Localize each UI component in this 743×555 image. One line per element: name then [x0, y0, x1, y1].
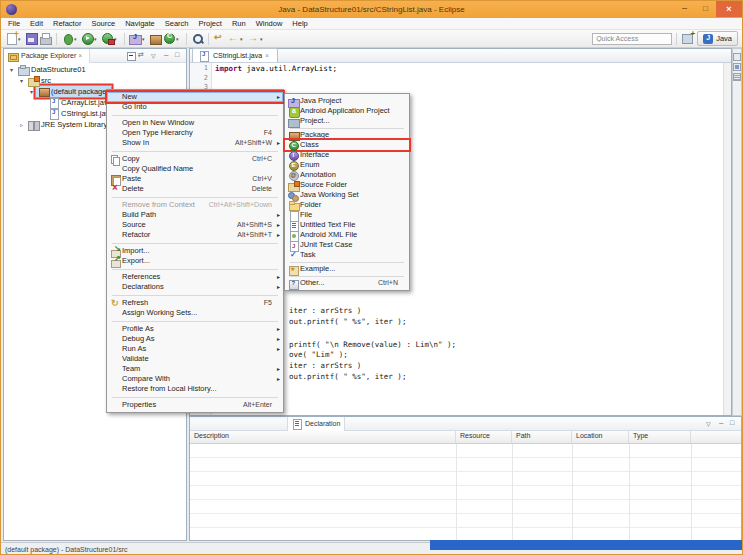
context-menu-item[interactable]: Run As [107, 344, 283, 354]
context-menu-item[interactable]: Copy Qualified Name [107, 164, 283, 174]
context-menu-item[interactable]: Restore from Local History... [107, 384, 283, 394]
menubar-item[interactable]: File [3, 18, 25, 30]
new-submenu-item[interactable]: Untitled Text File [285, 220, 409, 230]
context-menu-item[interactable]: Import... [107, 246, 283, 256]
table-column-header[interactable]: Type [629, 431, 691, 443]
new-submenu-item[interactable]: Package [285, 130, 409, 140]
search-icon[interactable] [191, 32, 204, 45]
tree-item[interactable]: DataStructure01 [4, 64, 186, 75]
close-tab-icon[interactable] [265, 52, 272, 59]
new-submenu-item[interactable]: Android XML File [285, 230, 409, 240]
new-submenu-item[interactable]: Android Application Project [285, 106, 409, 116]
link-with-editor-icon[interactable] [138, 51, 148, 61]
context-menu-item[interactable]: Refresh F5 [107, 298, 283, 308]
editor-tab-cstringlist[interactable]: CStringList.java [192, 48, 278, 62]
table-column-header[interactable]: Resource [456, 431, 512, 443]
new-submenu-item[interactable]: File [285, 210, 409, 220]
context-menu-item[interactable]: Assign Working Sets... [107, 308, 283, 318]
context-menu-item[interactable]: New [107, 92, 283, 102]
context-menu-item[interactable]: References [107, 272, 283, 282]
maximize-window-button[interactable] [695, 1, 716, 15]
context-menu-item[interactable]: Declarations [107, 282, 283, 292]
menubar-item[interactable]: Source [86, 18, 120, 30]
outline-icon[interactable] [733, 73, 741, 81]
context-menu-item[interactable]: Source Alt+Shift+S [107, 220, 283, 230]
maximize-icon[interactable] [174, 51, 184, 61]
menubar-item[interactable]: Project [194, 18, 227, 30]
context-menu-item[interactable]: Properties Alt+Enter [107, 400, 283, 410]
new-class-icon[interactable] [163, 32, 182, 45]
context-menu-item[interactable]: Profile As [107, 324, 283, 334]
new-submenu-item[interactable]: Class [285, 140, 409, 150]
menubar-item[interactable]: Window [251, 18, 288, 30]
context-menu-item[interactable]: Compare With [107, 374, 283, 384]
new-submenu-item[interactable]: Interface [285, 150, 409, 160]
overview-ruler[interactable] [723, 63, 731, 415]
declaration-tab[interactable]: Declaration [287, 417, 345, 431]
table-column-header[interactable]: Description [190, 431, 456, 443]
menubar-item[interactable]: Edit [25, 18, 48, 30]
context-menu-item[interactable]: Remove from Context Ctrl+Alt+Shift+Down [107, 200, 283, 210]
menubar-item[interactable]: Navigate [120, 18, 160, 30]
forward-icon[interactable] [247, 32, 266, 45]
new-submenu-item[interactable]: Java Project [285, 96, 409, 106]
new-wizard-icon[interactable] [5, 32, 24, 45]
new-submenu-item[interactable]: Project... [285, 116, 409, 126]
new-submenu-item[interactable]: Source Folder [285, 180, 409, 190]
context-menu-item[interactable]: Go Into [107, 102, 283, 112]
menubar-item[interactable]: Run [227, 18, 251, 30]
new-submenu-item[interactable]: Java Working Set [285, 190, 409, 200]
view-menu-icon[interactable] [705, 419, 715, 429]
new-java-project-icon[interactable] [129, 32, 148, 45]
minimize-icon[interactable] [162, 51, 172, 61]
menubar-item[interactable]: Refactor [48, 18, 86, 30]
java-perspective-button[interactable]: Java [697, 31, 738, 46]
table-column-header[interactable]: Location [572, 431, 629, 443]
close-view-icon[interactable] [78, 52, 85, 59]
expand-arrow-icon[interactable] [7, 66, 16, 73]
back-icon[interactable] [227, 32, 246, 45]
expand-arrow-icon[interactable] [27, 88, 36, 95]
tree-item[interactable]: src [4, 75, 186, 86]
package-explorer-tab[interactable]: Package Explorer [4, 49, 90, 63]
external-tools-icon[interactable] [101, 32, 120, 45]
context-menu-item[interactable]: Team [107, 364, 283, 374]
quick-access-input[interactable] [592, 33, 672, 45]
table-column-header[interactable]: Path [512, 431, 572, 443]
context-menu-item[interactable]: Refactor Alt+Shift+T [107, 230, 283, 240]
context-menu-item[interactable]: Validate [107, 354, 283, 364]
maximize-icon[interactable] [729, 419, 739, 429]
new-submenu-item[interactable]: Example... [285, 264, 409, 274]
context-menu-item[interactable]: Open in New Window [107, 118, 283, 128]
last-edit-location-icon[interactable] [213, 32, 226, 45]
new-submenu-item[interactable]: Enum [285, 160, 409, 170]
new-submenu-item[interactable]: Folder [285, 200, 409, 210]
context-menu-item[interactable]: Copy Ctrl+C [107, 154, 283, 164]
new-submenu-item[interactable]: Task [285, 250, 409, 260]
context-menu-item[interactable]: Debug As [107, 334, 283, 344]
run-icon[interactable] [81, 32, 100, 45]
expand-arrow-icon[interactable] [17, 77, 26, 84]
new-submenu-item[interactable]: Other... Ctrl+N [285, 278, 409, 288]
new-submenu-item[interactable]: Annotation [285, 170, 409, 180]
context-menu-item[interactable]: Open Type Hierarchy F4 [107, 128, 283, 138]
context-menu-item[interactable]: Build Path [107, 210, 283, 220]
task-list-icon[interactable] [733, 63, 741, 71]
expand-arrow-icon[interactable] [17, 121, 26, 128]
menubar-item[interactable]: Search [160, 18, 194, 30]
context-menu-item[interactable]: Export... [107, 256, 283, 266]
context-menu-item[interactable]: Delete Delete [107, 184, 283, 194]
context-menu-item[interactable]: Paste Ctrl+V [107, 174, 283, 184]
minimize-icon[interactable] [717, 419, 727, 429]
view-menu-icon[interactable] [150, 51, 160, 61]
close-window-button[interactable] [716, 1, 742, 17]
context-menu-item[interactable]: Show In Alt+Shift+W [107, 138, 283, 148]
restore-icon[interactable] [733, 53, 741, 61]
new-package-icon[interactable] [149, 32, 162, 45]
menubar-item[interactable]: Help [287, 18, 312, 30]
print-icon[interactable] [39, 32, 52, 45]
open-perspective-icon[interactable] [681, 32, 694, 45]
save-icon[interactable] [25, 32, 38, 45]
new-submenu-item[interactable]: JUnit Test Case [285, 240, 409, 250]
minimize-window-button[interactable] [674, 1, 695, 15]
